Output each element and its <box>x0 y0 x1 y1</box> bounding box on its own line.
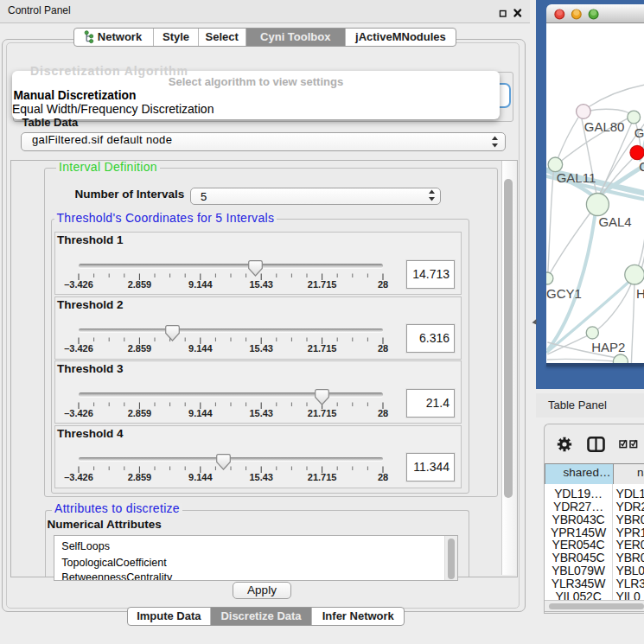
svg-text:GAL4: GAL4 <box>598 214 631 229</box>
svg-text:H: H <box>636 286 644 301</box>
svg-text:HAP2: HAP2 <box>591 340 625 354</box>
svg-text:C: C <box>639 159 644 174</box>
svg-text:GAL11: GAL11 <box>556 170 596 185</box>
svg-text:GA: GA <box>634 125 644 140</box>
svg-text:GCY1: GCY1 <box>546 286 582 301</box>
svg-text:GAL80: GAL80 <box>583 119 624 134</box>
